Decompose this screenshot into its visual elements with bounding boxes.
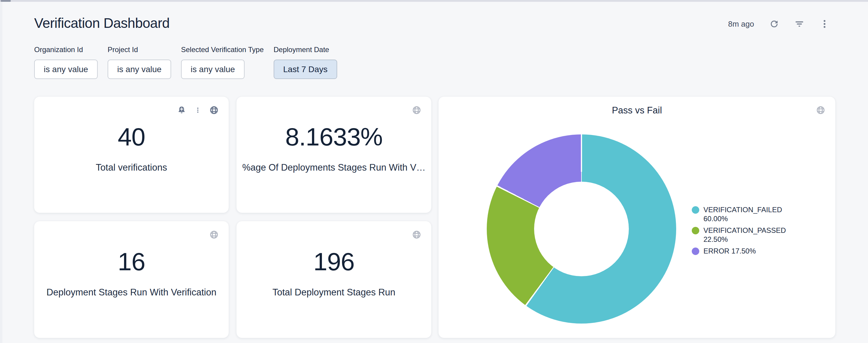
filter-verification-type: Selected Verification Type is any value: [181, 45, 264, 79]
refresh-icon: [769, 19, 779, 29]
left-edge-strip: [0, 2, 2, 343]
legend-label: ERROR: [704, 247, 730, 255]
donut-chart[interactable]: [487, 134, 676, 323]
legend-dot: [692, 206, 699, 214]
filter-organization-id: Organization Id is any value: [34, 45, 98, 79]
legend-pct: 60.00%: [704, 215, 728, 223]
filter-label: Project Id: [107, 45, 171, 54]
filter-toggle-button[interactable]: [794, 19, 804, 29]
filter-deployment-date: Deployment Date Last 7 Days: [274, 45, 337, 79]
filter-deployment-date-value[interactable]: Last 7 Days: [274, 60, 337, 79]
legend-item-verification-passed[interactable]: VERIFICATION_PASSED 22.50%: [692, 226, 818, 244]
tile-value: 40: [118, 123, 145, 151]
legend-label: VERIFICATION_PASSED: [704, 226, 786, 234]
refresh-button[interactable]: [769, 19, 779, 29]
tile-label: Total Deployment Stages Run: [273, 287, 395, 298]
page-title: Verification Dashboard: [34, 15, 169, 31]
tile-stages-run-with-verification: 16 Deployment Stages Run With Verificati…: [34, 221, 229, 338]
tile-total-verifications: 40 Total verifications: [34, 97, 229, 213]
filter-project-id: Project Id is any value: [107, 45, 171, 79]
legend-pct: 22.50%: [704, 235, 728, 243]
header-controls: 8m ago: [728, 17, 830, 31]
tile-value: 16: [118, 247, 145, 276]
legend-pct: 17.50%: [731, 247, 755, 255]
tile-label: Total verifications: [96, 162, 167, 173]
pass-vs-fail-chart-card: Pass vs Fail VERIFICATION_FAILED 60.00% …: [438, 97, 835, 338]
filter-verification-type-value[interactable]: is any value: [181, 60, 245, 79]
filter-bar: Organization Id is any value Project Id …: [34, 45, 337, 79]
top-scrollbar-track[interactable]: [0, 0, 868, 2]
last-refreshed-text: 8m ago: [728, 20, 754, 29]
filter-organization-id-value[interactable]: is any value: [34, 60, 98, 79]
filter-label: Selected Verification Type: [181, 45, 264, 54]
dashboard-menu-button[interactable]: [819, 19, 830, 29]
tile-label: Deployment Stages Run With Verification: [46, 287, 216, 298]
legend-dot: [692, 247, 699, 255]
tile-value: 196: [313, 247, 354, 276]
legend-dot: [692, 227, 699, 234]
kebab-menu-icon: [819, 19, 830, 29]
legend-item-error[interactable]: ERROR 17.50%: [692, 247, 818, 255]
tile-pct-stages-with-verification: 8.1633% %age Of Deployments Stages Run W…: [237, 97, 431, 213]
tile-total-stages-run: 196 Total Deployment Stages Run: [237, 221, 431, 338]
filter-project-id-value[interactable]: is any value: [107, 60, 171, 79]
tile-label: %age Of Deployments Stages Run With V…: [242, 162, 426, 173]
filter-label: Organization Id: [34, 45, 98, 54]
tile-value: 8.1633%: [285, 123, 383, 151]
filter-icon: [794, 19, 804, 29]
chart-title: Pass vs Fail: [438, 105, 835, 116]
legend-label: VERIFICATION_FAILED: [704, 206, 782, 214]
filter-label: Deployment Date: [274, 45, 337, 54]
chart-legend: VERIFICATION_FAILED 60.00% VERIFICATION_…: [692, 205, 818, 258]
legend-item-verification-failed[interactable]: VERIFICATION_FAILED 60.00%: [692, 205, 818, 223]
donut-hole: [534, 182, 629, 276]
